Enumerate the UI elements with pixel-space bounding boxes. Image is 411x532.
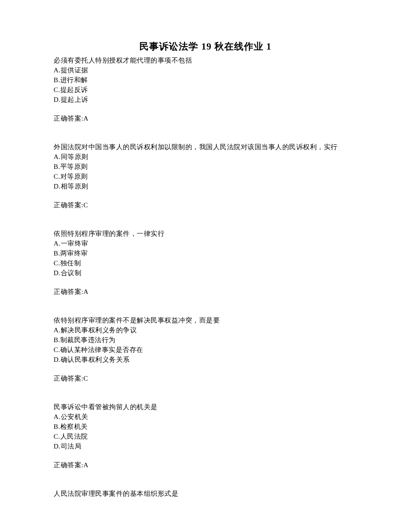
choice-d: D.相等原则 (54, 181, 357, 191)
question-5: 民事诉讼中看管被拘留人的机关是 A.公安机关 B.检察机关 C.人民法院 D.司… (54, 402, 357, 470)
choice-b: B.制裁民事违法行为 (54, 335, 357, 345)
choice-d: D.提起上诉 (54, 95, 357, 105)
question-stem: 依照特别程序审理的案件，一律实行 (54, 229, 357, 239)
choice-d: D.司法局 (54, 441, 357, 451)
question-6: 人民法院审理民事案件的基本组织形式是 (54, 489, 357, 498)
choice-a: A.公安机关 (54, 412, 357, 422)
question-stem: 人民法院审理民事案件的基本组织形式是 (54, 489, 357, 498)
correct-answer: 正确答案:C (54, 373, 357, 383)
page-title: 民事诉讼法学 19 秋在线作业 1 (54, 40, 357, 53)
choice-c: C.确认某种法律事实是否存在 (54, 345, 357, 355)
choice-c: C.人民法院 (54, 431, 357, 441)
question-3: 依照特别程序审理的案件，一律实行 A.一审终审 B.两审终审 C.独任制 D.合… (54, 229, 357, 297)
question-stem: 民事诉讼中看管被拘留人的机关是 (54, 402, 357, 412)
correct-answer: 正确答案:A (54, 287, 357, 297)
choice-b: B.检察机关 (54, 422, 357, 431)
choice-b: B.平等原则 (54, 162, 357, 172)
question-2: 外国法院对中国当事人的民诉权利加以限制的，我国人民法院对该国当事人的民诉权利，实… (54, 142, 357, 210)
correct-answer: 正确答案:A (54, 460, 357, 470)
choice-b: B.两审终审 (54, 248, 357, 258)
question-4: 依特别程序审理的案件不是解决民事权益冲突，而是要 A.解决民事权利义务的争议 B… (54, 315, 357, 383)
choice-d: D.合议制 (54, 268, 357, 278)
question-1: 必须有委托人特别授权才能代理的事项不包括 A.提供证据 B.进行和解 C.提起反… (54, 55, 357, 123)
correct-answer: 正确答案:C (54, 200, 357, 210)
choice-d: D.确认民事权利义务关系 (54, 355, 357, 364)
choice-a: A.同等原则 (54, 152, 357, 162)
choice-c: C.独任制 (54, 258, 357, 268)
correct-answer: 正确答案:A (54, 113, 357, 123)
choice-a: A.提供证据 (54, 65, 357, 75)
question-stem: 依特别程序审理的案件不是解决民事权益冲突，而是要 (54, 315, 357, 325)
choice-c: C.提起反诉 (54, 85, 357, 95)
choice-a: A.解决民事权利义务的争议 (54, 325, 357, 335)
choice-b: B.进行和解 (54, 75, 357, 85)
question-stem: 外国法院对中国当事人的民诉权利加以限制的，我国人民法院对该国当事人的民诉权利，实… (54, 142, 357, 152)
question-stem: 必须有委托人特别授权才能代理的事项不包括 (54, 55, 357, 65)
choice-a: A.一审终审 (54, 239, 357, 248)
choice-c: C.对等原则 (54, 172, 357, 181)
